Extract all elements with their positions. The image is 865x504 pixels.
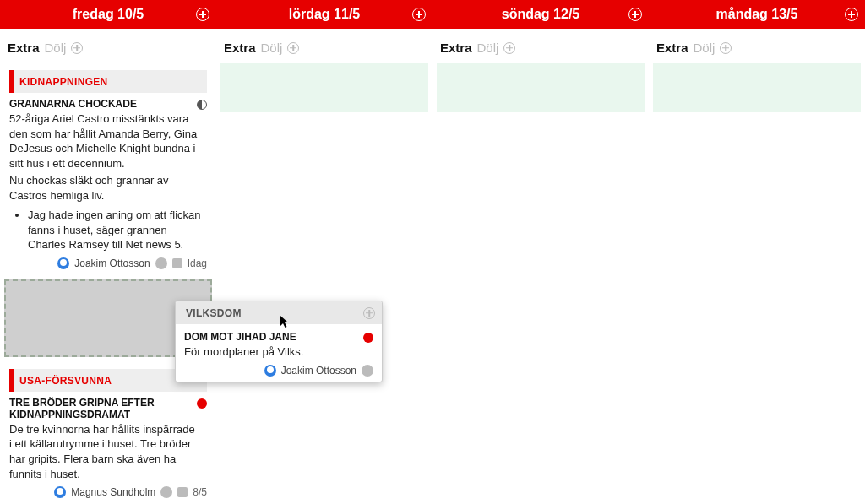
article-body: 52-åriga Ariel Castro misstänkts vara de… — [9, 111, 207, 203]
day-header[interactable]: måndag 13/5 — [649, 0, 865, 29]
article-date: Idag — [188, 257, 207, 269]
add-icon[interactable] — [287, 42, 299, 54]
category-bar: KIDNAPPNINGEN — [9, 70, 207, 93]
globe-icon — [160, 486, 172, 498]
globe-icon — [155, 257, 167, 269]
avatar-icon — [54, 486, 66, 498]
author-name: Joakim Ottosson — [281, 365, 356, 377]
avatar-icon — [264, 365, 276, 377]
note-icon — [172, 258, 182, 268]
day-column: Extra Dölj KIDNAPPNINGEN GRANNARNA CHOCK… — [0, 29, 216, 503]
globe-icon — [362, 365, 373, 377]
author-name: Joakim Ottosson — [74, 257, 150, 269]
day-header-row: fredag 10/5 lördag 11/5 söndag 12/5 månd… — [0, 0, 865, 29]
article-meta: Joakim Ottosson — [184, 365, 373, 377]
columns: Extra Dölj KIDNAPPNINGEN GRANNARNA CHOCK… — [0, 29, 865, 503]
article-card[interactable]: USA-FÖRSVUNNA TRE BRÖDER GRIPNA EFTER KI… — [4, 362, 212, 503]
add-icon[interactable] — [845, 8, 858, 21]
article-paragraph: För mordplaner på Vilks. — [184, 344, 365, 360]
day-header[interactable]: söndag 12/5 — [432, 0, 649, 29]
article-quote: Jag hade ingen aning om att flickan fann… — [28, 208, 207, 252]
note-icon — [177, 487, 188, 497]
hide-link[interactable]: Dölj — [694, 41, 715, 55]
day-label: måndag 13/5 — [716, 7, 798, 22]
article-headline: DOM MOT JIHAD JANE — [184, 331, 358, 343]
empty-slot[interactable] — [220, 63, 428, 112]
day-column: Extra Dölj — [216, 29, 432, 503]
add-icon[interactable] — [628, 8, 642, 21]
hide-link[interactable]: Dölj — [477, 41, 499, 55]
article-paragraph: Nu chockas släkt och grannar av Castros … — [9, 173, 199, 203]
extra-section-header: Extra Dölj — [4, 29, 212, 63]
add-icon[interactable] — [71, 42, 83, 54]
extra-section-header: Extra Dölj — [653, 29, 861, 63]
category-label: USA-FÖRSVUNNA — [19, 375, 112, 387]
extra-label: Extra — [224, 41, 256, 55]
add-icon[interactable] — [720, 42, 732, 54]
extra-label: Extra — [656, 41, 688, 55]
avatar-icon — [57, 257, 69, 269]
empty-slot[interactable] — [437, 63, 645, 112]
article-date: 8/5 — [193, 486, 207, 498]
add-icon[interactable] — [503, 42, 515, 54]
status-red-icon — [363, 333, 373, 343]
add-icon[interactable] — [196, 8, 209, 21]
article-card[interactable]: KIDNAPPNINGEN GRANNARNA CHOCKADE 52-årig… — [4, 63, 212, 274]
day-label: fredag 10/5 — [73, 7, 144, 22]
article-body: De tre kvinnorna har hållits inspärrade … — [9, 422, 207, 481]
add-icon[interactable] — [412, 8, 426, 21]
article-meta: Joakim Ottosson Idag — [9, 257, 207, 269]
hide-link[interactable]: Dölj — [45, 41, 67, 55]
empty-slot[interactable] — [653, 63, 861, 112]
expand-icon[interactable] — [363, 307, 375, 319]
status-half-icon — [197, 100, 207, 110]
article-headline: TRE BRÖDER GRIPNA EFTER KIDNAPPNINGSDRAM… — [9, 397, 192, 420]
day-header[interactable]: lördag 11/5 — [216, 0, 432, 29]
dragging-article-card[interactable]: VILKSDOM DOM MOT JIHAD JANE För mordplan… — [175, 301, 383, 382]
article-quote-list: Jag hade ingen aning om att flickan fann… — [28, 208, 207, 252]
article-paragraph: De tre kvinnorna har hållits inspärrade … — [9, 422, 199, 481]
category-label: VILKSDOM — [186, 307, 242, 319]
article-meta: Magnus Sundholm 8/5 — [9, 486, 207, 498]
extra-label: Extra — [8, 41, 40, 55]
status-red-icon — [197, 398, 207, 409]
hide-link[interactable]: Dölj — [261, 41, 283, 55]
day-header[interactable]: fredag 10/5 — [0, 0, 216, 29]
category-label: KIDNAPPNINGEN — [19, 76, 108, 88]
article-paragraph: 52-åriga Ariel Castro misstänkts vara de… — [9, 111, 199, 171]
extra-label: Extra — [440, 41, 472, 55]
day-label: söndag 12/5 — [502, 7, 579, 22]
article-body: För mordplaner på Vilks. — [184, 344, 373, 360]
article-headline: GRANNARNA CHOCKADE — [9, 98, 192, 110]
day-column: Extra Dölj — [432, 29, 649, 503]
extra-section-header: Extra Dölj — [220, 29, 428, 63]
category-bar: VILKSDOM — [176, 301, 382, 324]
extra-section-header: Extra Dölj — [437, 29, 645, 63]
author-name: Magnus Sundholm — [71, 486, 155, 498]
day-label: lördag 11/5 — [289, 7, 360, 22]
day-column: Extra Dölj — [649, 29, 865, 503]
